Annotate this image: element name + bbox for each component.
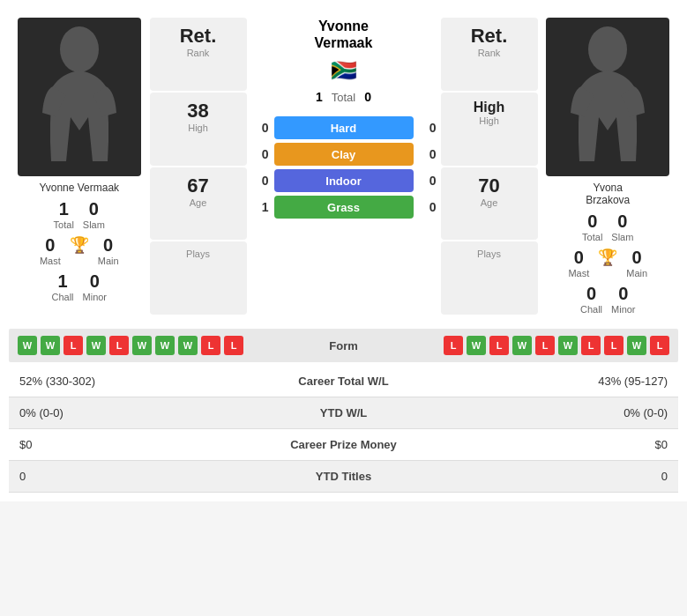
p2-form-badge: L <box>489 336 509 355</box>
player1-main-label: Main <box>98 256 119 266</box>
total-label: Total <box>332 91 355 104</box>
p2-form-badge: W <box>512 336 532 355</box>
player2-plays-box: Plays <box>441 241 538 315</box>
clay-p2-score: 0 <box>419 147 437 161</box>
player1-stats-bot: 1 Chall 0 Minor <box>51 271 107 302</box>
player1-mast-value: 0 <box>45 235 55 256</box>
player2-rank-box: Ret. Rank <box>441 18 538 91</box>
player2-card: Yvona Brzakova 0 Total 0 Slam 0 Mast <box>542 18 675 315</box>
player1-chall-value: 1 <box>57 271 67 292</box>
player2-slam-label: Slam <box>611 232 633 242</box>
stat-label: YTD W/L <box>243 397 444 429</box>
player1-name-header: Yvonne Vermaak <box>315 18 373 51</box>
player2-trophy-icon: 🏆 <box>598 248 617 267</box>
form-section: WWLWLWWWLL Form LWLWLWLLWL <box>9 329 678 362</box>
main-container: Yvonne Vermaak 1 Total 0 Slam 0 Mast 🏆 <box>0 0 687 501</box>
p2-form-badge: L <box>535 336 555 355</box>
stat-p2-val: 43% (95-127) <box>444 366 678 397</box>
player2-mast-stat: 0 Mast <box>568 248 589 278</box>
player2-age-label: Age <box>450 197 529 208</box>
stat-p2-val: 0% (0-0) <box>444 397 678 429</box>
player1-age-value: 67 <box>159 174 238 197</box>
player2-age-value: 70 <box>450 174 529 197</box>
hard-badge: Hard <box>274 116 414 139</box>
p1-form-badge: W <box>155 336 175 355</box>
player1-slam-value: 0 <box>89 199 99 219</box>
p1-form-badge: W <box>86 336 106 355</box>
player2-mast-label: Mast <box>568 268 589 278</box>
stat-p1-val: 0% (0-0) <box>9 397 243 429</box>
hard-p2-score: 0 <box>419 121 437 135</box>
p2-form-badge: W <box>558 336 578 355</box>
stats-row: $0 Career Prize Money $0 <box>9 429 678 461</box>
player2-slam-stat: 0 Slam <box>611 212 633 242</box>
p1-form-badge: W <box>132 336 152 355</box>
player2-high-value: High <box>450 100 529 115</box>
player1-silhouette <box>35 25 123 170</box>
player1-chall-label: Chall <box>51 292 73 302</box>
player1-slam-stat: 0 Slam <box>83 199 105 230</box>
player2-chall-label: Chall <box>580 304 602 315</box>
stat-p2-val: $0 <box>444 429 678 461</box>
player1-age-label: Age <box>159 197 238 208</box>
p2-form-badge: L <box>604 336 624 355</box>
p2-form-badge: L <box>444 336 463 355</box>
center-panel: Yvonne Vermaak 🇿🇦 1 Total 0 0 Hard 0 <box>251 18 437 315</box>
player2-rank-value: Ret. <box>450 25 529 48</box>
player2-rank-label: Rank <box>450 48 529 58</box>
player1-mast-stat: 0 Mast <box>40 235 61 266</box>
p1-form-badge: W <box>18 336 37 355</box>
stats-row: 0% (0-0) YTD W/L 0% (0-0) <box>9 397 678 429</box>
stat-p2-val: 0 <box>444 461 678 493</box>
player2-main-value: 0 <box>632 248 642 268</box>
grass-p2-score: 0 <box>419 200 437 214</box>
player1-flag: 🇿🇦 <box>331 58 357 83</box>
player2-main-stat: 0 Main <box>626 248 647 278</box>
svg-point-1 <box>588 26 627 72</box>
player2-total-label: Total <box>582 232 602 242</box>
player2-high-label: High <box>450 115 529 126</box>
player2-right-panel: Ret. Rank High High 70 Age Plays <box>441 18 538 315</box>
p1-form-badge: L <box>201 336 220 355</box>
indoor-badge: Indoor <box>274 169 414 192</box>
p2-form-badge: L <box>581 336 601 355</box>
p1-form-badge: L <box>109 336 129 355</box>
p1-form-badge: W <box>178 336 198 355</box>
player1-plays-box: Plays <box>150 241 247 315</box>
player1-minor-value: 0 <box>90 271 100 292</box>
player1-mast-label: Mast <box>40 256 61 266</box>
surface-rows: 0 Hard 0 0 Clay 0 0 Indoor 0 <box>251 116 437 219</box>
stat-label: Career Total W/L <box>243 366 444 397</box>
form-label: Form <box>291 339 397 353</box>
player1-form: WWLWLWWWLL <box>18 336 291 355</box>
player2-stats-bot: 0 Chall 0 Minor <box>580 284 636 315</box>
player1-stats-top: 1 Total 0 Slam <box>54 199 105 230</box>
player2-total-value: 0 <box>587 212 597 232</box>
comparison-section: Yvonne Vermaak 1 Total 0 Slam 0 Mast 🏆 <box>9 9 678 323</box>
player2-trophy: 🏆 <box>598 248 617 278</box>
indoor-p2-score: 0 <box>419 174 437 188</box>
player2-form: LWLWLWLLWL <box>397 336 670 355</box>
player1-high-label: High <box>159 122 238 133</box>
player1-slam-label: Slam <box>83 219 105 230</box>
player2-stats-top: 0 Total 0 Slam <box>582 212 633 242</box>
stat-label: YTD Titles <box>243 461 444 493</box>
grass-p1-score: 1 <box>251 200 269 214</box>
player2-main-label: Main <box>626 268 647 278</box>
player1-avatar <box>18 18 141 176</box>
player1-total-stat: 1 Total <box>54 199 74 230</box>
player1-rank-box: Ret. Rank <box>150 18 247 91</box>
surface-row-hard: 0 Hard 0 <box>251 116 437 139</box>
player1-main-value: 0 <box>103 235 113 256</box>
player2-plays-label: Plays <box>450 249 529 259</box>
player1-total-value: 1 <box>59 199 69 219</box>
player1-middle-panel: Ret. Rank 38 High 67 Age Plays <box>150 18 247 315</box>
stats-row: 52% (330-302) Career Total W/L 43% (95-1… <box>9 366 678 397</box>
player1-age-box: 67 Age <box>150 167 247 241</box>
player1-stats-mid: 0 Mast 🏆 0 Main <box>40 235 119 266</box>
player2-total-stat: 0 Total <box>582 212 602 242</box>
player1-plays-label: Plays <box>159 249 238 259</box>
p1-form-badge: W <box>41 336 60 355</box>
surface-row-clay: 0 Clay 0 <box>251 143 437 166</box>
total-row: 1 Total 0 <box>316 90 371 104</box>
